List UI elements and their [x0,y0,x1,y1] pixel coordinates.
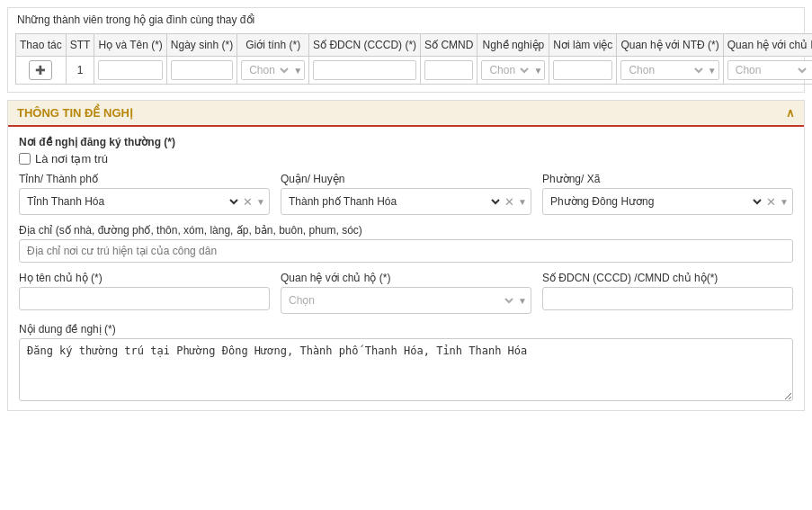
col-header-thao-tac: Thao tác [16,34,67,57]
phuong-group: Phường/ Xã Phường Đông Hương ✕ ▼ [542,173,793,215]
col-header-ngaysinh: Ngày sinh (*) [166,34,236,57]
tinh-quan-phuong-row: Tỉnh/ Thành phố Tỉnh Thanh Hóa ✕ ▼ Quận/… [19,173,793,215]
stt-cell: 1 [66,57,94,85]
quan-he-chu-ho-select[interactable]: Chọn [285,293,516,308]
ho-ten-chu-ho-label: Họ tên chủ hộ (*) [19,272,270,284]
quanhe-ntd-dropdown-icon: ▼ [708,66,717,76]
soddcn-input[interactable] [313,60,416,80]
quan-he-chu-ho-dropdown-icon: ▼ [518,296,527,306]
noi-dung-group: Nội dung đề nghị (*) Đăng ký thường trú … [19,323,793,401]
phuong-clear-button[interactable]: ✕ [764,195,778,209]
quan-label: Quận/ Huyện [281,173,531,185]
add-row-cell: ✚ [16,57,67,85]
noilam-cell [549,57,617,85]
dia-chi-group: Địa chỉ (số nhà, đường phố, thôn, xóm, l… [19,224,793,263]
socmnd-input[interactable] [424,60,473,80]
thong-tin-title: THÔNG TIN ĐỀ NGHỊ [17,106,133,120]
so-ddcn-chu-ho-label: Số ĐDCN (CCCD) /CMND chủ hộ(*) [542,272,793,284]
dia-chi-label: Địa chỉ (số nhà, đường phố, thôn, xóm, l… [19,224,793,237]
tinh-clear-button[interactable]: ✕ [241,195,254,209]
quan-clear-button[interactable]: ✕ [503,195,516,209]
so-ddcn-chu-ho-group: Số ĐDCN (CCCD) /CMND chủ hộ(*) [542,272,793,310]
phuong-label: Phường/ Xã [542,173,793,185]
hoten-cell [94,57,166,85]
col-header-soddcn: Số ĐDCN (CCCD) (*) [309,34,421,57]
tinh-select-wrap: Tỉnh Thanh Hóa ✕ ▼ [19,188,270,215]
la-noi-tam-tru-row: Là nơi tạm trú [19,152,793,166]
la-noi-tam-tru-label: Là nơi tạm trú [35,152,108,166]
ho-ten-chu-ho-group: Họ tên chủ hộ (*) [19,272,270,310]
col-header-hoten: Họ và Tên (*) [94,34,166,57]
hoten-input[interactable] [98,60,162,80]
phuong-select-wrap: Phường Đông Hương ✕ ▼ [542,188,793,215]
gioitinh-select-wrap: Chon Nam Nữ ▼ [241,60,305,80]
quan-group: Quận/ Huyện Thành phố Thanh Hóa ✕ ▼ [281,173,531,215]
col-header-noilam: Nơi làm việc [549,34,617,57]
members-section: Những thành viên trong hộ gia đình cùng … [7,7,805,93]
gioitinh-dropdown-icon: ▼ [293,66,302,76]
nghe-cell: Chon ▼ [477,57,549,85]
ho-ten-chu-ho-input[interactable] [19,287,270,310]
nghe-select-wrap: Chon ▼ [481,60,545,80]
col-header-quanhe-chu: Quan hệ với chủ hộ [723,34,812,57]
quanhe-chu-select-wrap: Chon ▼ [727,60,812,80]
nghe-select[interactable]: Chon [484,61,531,79]
tinh-label: Tỉnh/ Thành phố [19,173,270,185]
col-header-stt: STT [66,34,94,57]
ngaysinh-cell [166,57,236,85]
noi-dung-label: Nội dung đề nghị (*) [19,323,793,336]
noilam-input[interactable] [553,60,612,80]
gioitinh-cell: Chon Nam Nữ ▼ [237,57,309,85]
quanhe-chu-select[interactable]: Chon [730,61,809,79]
quan-he-chu-ho-select-wrap: Chọn ▼ [281,287,531,314]
collapse-icon[interactable]: ∧ [786,106,795,120]
gioitinh-select[interactable]: Chon Nam Nữ [244,61,291,79]
soddcn-cell [309,57,421,85]
quanhe-chu-cell: Chon ▼ [723,57,812,85]
members-title: Những thành viên trong hộ gia đình cùng … [8,8,804,30]
thong-tin-body: Nơi đề nghị đăng ký thường (*) Là nơi tạ… [8,127,804,410]
quan-dropdown-icon: ▼ [518,197,527,207]
dia-chi-input[interactable] [19,239,793,263]
phuong-dropdown-icon: ▼ [780,197,789,207]
add-row-button[interactable]: ✚ [29,60,52,80]
phuong-select[interactable]: Phường Đông Hương [547,194,764,209]
nghe-dropdown-icon: ▼ [533,66,542,76]
members-table: Thao tác STT Họ và Tên (*) Ngày sinh (*)… [15,33,812,85]
la-noi-tam-tru-checkbox[interactable] [19,153,31,165]
quanhe-ntd-cell: Chon ▼ [617,57,723,85]
thong-tin-section: THÔNG TIN ĐỀ NGHỊ ∧ Nơi đề nghị đăng ký … [7,100,805,411]
tinh-group: Tỉnh/ Thành phố Tỉnh Thanh Hóa ✕ ▼ [19,173,270,215]
col-header-nghe: Nghề nghiệp [477,34,549,57]
quanhe-ntd-select[interactable]: Chon [623,61,705,79]
table-row: ✚ 1 Chon Nam Nữ [16,57,813,85]
quanhe-ntd-select-wrap: Chon ▼ [620,60,718,80]
quan-select-wrap: Thành phố Thanh Hóa ✕ ▼ [281,188,531,215]
quan-he-chu-ho-label: Quan hệ với chủ hộ (*) [281,272,531,284]
col-header-gioitinh: Giới tính (*) [237,34,309,57]
socmnd-cell [421,57,477,85]
noi-dung-textarea[interactable]: Đăng ký thường trú tại Phường Đông Hương… [19,338,793,401]
tinh-dropdown-icon: ▼ [256,197,265,207]
quan-select[interactable]: Thành phố Thanh Hóa [285,194,503,209]
quan-he-chu-ho-group: Quan hệ với chủ hộ (*) Chọn ▼ [281,272,531,314]
so-ddcn-chu-ho-input[interactable] [542,287,793,310]
chu-ho-row: Họ tên chủ hộ (*) Quan hệ với chủ hộ (*)… [19,272,793,314]
tinh-select[interactable]: Tỉnh Thanh Hóa [23,194,241,209]
noi-dang-ky-label: Nơi đề nghị đăng ký thường (*) [19,136,793,148]
noi-dang-ky-group: Nơi đề nghị đăng ký thường (*) Là nơi tạ… [19,136,793,215]
thong-tin-header: THÔNG TIN ĐỀ NGHỊ ∧ [8,101,804,127]
members-table-container: Thao tác STT Họ và Tên (*) Ngày sinh (*)… [8,30,804,92]
col-header-quanhe-ntd: Quan hệ với NTĐ (*) [617,34,723,57]
ngaysinh-input[interactable] [171,60,233,80]
col-header-socmnd: Số CMND [421,34,477,57]
